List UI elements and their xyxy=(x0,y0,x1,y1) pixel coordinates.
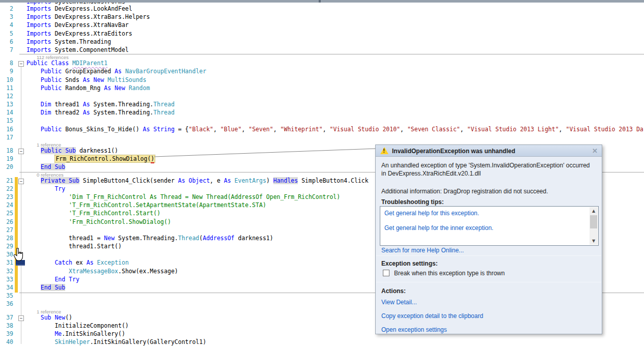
open-exception-settings-link[interactable]: Open exception settings xyxy=(381,326,447,333)
line-number: 10 xyxy=(0,76,13,83)
line-number: 33 xyxy=(0,276,13,283)
exception-additional-info: Additional information: DragDrop registr… xyxy=(381,188,595,195)
line-number: 17 xyxy=(0,134,13,141)
code-line[interactable]: 16 Public Bonus_Skins_To_Hide() As Strin… xyxy=(0,126,644,134)
actions-header: Actions: xyxy=(381,287,406,295)
splitter-notch xyxy=(319,0,321,3)
exception-settings-header: Exception settings: xyxy=(381,260,438,267)
line-number: 34 xyxy=(0,284,13,291)
line-number: 30 xyxy=(0,251,13,258)
line-number: 23 xyxy=(0,193,13,200)
line-number: 18 xyxy=(0,147,13,154)
code-line[interactable]: 5Imports DevExpress.XtraEditors xyxy=(0,30,644,38)
line-number: 6 xyxy=(0,38,13,45)
search-help-online-link[interactable]: Search for more Help Online... xyxy=(381,247,464,254)
mouse-hand-cursor xyxy=(13,248,24,263)
line-number: 36 xyxy=(0,300,13,307)
editor-window: Imports System.Windows.Forms 2Imports De… xyxy=(0,0,644,346)
line-number: 40 xyxy=(0,338,13,345)
line-number: 7 xyxy=(0,46,13,53)
code-line[interactable]: 15 xyxy=(0,117,644,125)
line-number: 14 xyxy=(0,109,13,116)
line-number: 27 xyxy=(0,226,13,234)
code-line[interactable]: 6Imports System.Threading xyxy=(0,38,644,46)
line-number: 9 xyxy=(0,68,13,75)
code-line[interactable]: 8−Public Class MDIParent1 xyxy=(0,60,644,68)
break-checkbox-label: Break when this exception type is thrown xyxy=(394,270,505,277)
line-number: 8 xyxy=(0,60,13,67)
line-number: 3 xyxy=(0,13,13,20)
line-number: 4 xyxy=(0,21,13,28)
view-detail-link[interactable]: View Detail... xyxy=(381,299,417,306)
troubleshooting-tips-list: Get general help for this exception. Get… xyxy=(380,206,599,246)
line-number: 38 xyxy=(0,322,13,329)
changed-lines-bar xyxy=(15,177,18,293)
line-number: 35 xyxy=(0,292,13,299)
code-line[interactable]: 14 Dim thread2 As System.Threading.Threa… xyxy=(0,109,644,117)
line-number: 39 xyxy=(0,330,13,337)
code-line[interactable]: 40 SkinHelper.InitSkinGallery(GalleryCon… xyxy=(0,338,644,346)
code-line[interactable]: 4Imports DevExpress.XtraNavBar xyxy=(0,21,644,30)
tip-link-inner-exception[interactable]: Get general help for the inner exception… xyxy=(384,224,493,232)
top-splitter-bar[interactable] xyxy=(0,0,644,3)
fold-toggle-icon[interactable]: − xyxy=(18,179,24,184)
line-number: 22 xyxy=(0,185,13,192)
line-number: 5 xyxy=(0,30,13,37)
code-line[interactable]: 2Imports DevExpress.LookAndFeel xyxy=(0,5,644,13)
line-number: 19 xyxy=(0,155,13,162)
code-line[interactable]: 9 Public GroupExpanded As NavBarGroupEve… xyxy=(0,68,644,76)
section-divider xyxy=(376,282,601,282)
line-number: 31 xyxy=(0,259,13,266)
line-number: 12 xyxy=(0,93,13,100)
line-number: 32 xyxy=(0,268,13,275)
line-number: 20 xyxy=(0,163,13,170)
fold-toggle-icon[interactable]: − xyxy=(18,315,24,321)
troubleshooting-tips-header: Troubleshooting tips: xyxy=(381,198,444,206)
break-checkbox[interactable] xyxy=(383,270,389,276)
exception-dialog: InvalidOperationException was unhandled … xyxy=(375,145,602,334)
code-line[interactable]: 12 xyxy=(0,93,644,101)
line-number: 26 xyxy=(0,218,13,225)
code-line[interactable]: 10 Public Snds As New MultiSounds xyxy=(0,76,644,84)
warning-icon xyxy=(380,147,388,154)
line-number: 13 xyxy=(0,101,13,108)
tip-link-general-help[interactable]: Get general help for this exception. xyxy=(384,210,479,217)
fold-toggle-icon[interactable]: − xyxy=(18,149,24,154)
code-line[interactable]: 7Imports System.ComponentModel xyxy=(0,46,644,54)
close-icon[interactable]: ✕ xyxy=(592,147,598,155)
code-line[interactable]: 17 xyxy=(0,134,644,142)
line-number: 25 xyxy=(0,210,13,217)
current-statement-highlight: Frm_RichControl.ShowDialog() xyxy=(54,155,155,163)
procedure-separator xyxy=(19,54,644,54)
line-number: 11 xyxy=(0,84,13,92)
scroll-down-icon[interactable]: ▼ xyxy=(590,237,598,245)
line-number: 15 xyxy=(0,117,13,124)
line-number: 29 xyxy=(0,243,13,250)
line-number: 2 xyxy=(0,5,13,12)
exception-dialog-title: InvalidOperationException was unhandled xyxy=(392,148,515,155)
line-number: 21 xyxy=(0,177,13,184)
line-number: 24 xyxy=(0,201,13,209)
exception-dialog-header[interactable]: InvalidOperationException was unhandled … xyxy=(376,145,602,157)
line-number: 37 xyxy=(0,314,13,321)
scroll-up-icon[interactable]: ▲ xyxy=(590,207,598,215)
copy-exception-detail-link[interactable]: Copy exception detail to the clipboard xyxy=(381,312,483,320)
exception-message: An unhandled exception of type 'System.I… xyxy=(381,161,595,178)
code-line[interactable]: 3Imports DevExpress.XtraBars.Helpers xyxy=(0,13,644,21)
codelens-label[interactable]: 112 references xyxy=(0,54,644,60)
section-divider xyxy=(376,255,601,256)
code-line[interactable]: 13 Dim thread1 As System.Threading.Threa… xyxy=(0,101,644,109)
fold-toggle-icon[interactable]: − xyxy=(18,61,24,67)
line-number: 28 xyxy=(0,235,13,242)
scrollbar-thumb[interactable] xyxy=(590,215,597,228)
code-line[interactable]: 11 Public Random_Rng As New Random xyxy=(0,84,644,93)
tips-scrollbar[interactable]: ▲ ▼ xyxy=(590,207,598,245)
line-number: 16 xyxy=(0,126,13,133)
